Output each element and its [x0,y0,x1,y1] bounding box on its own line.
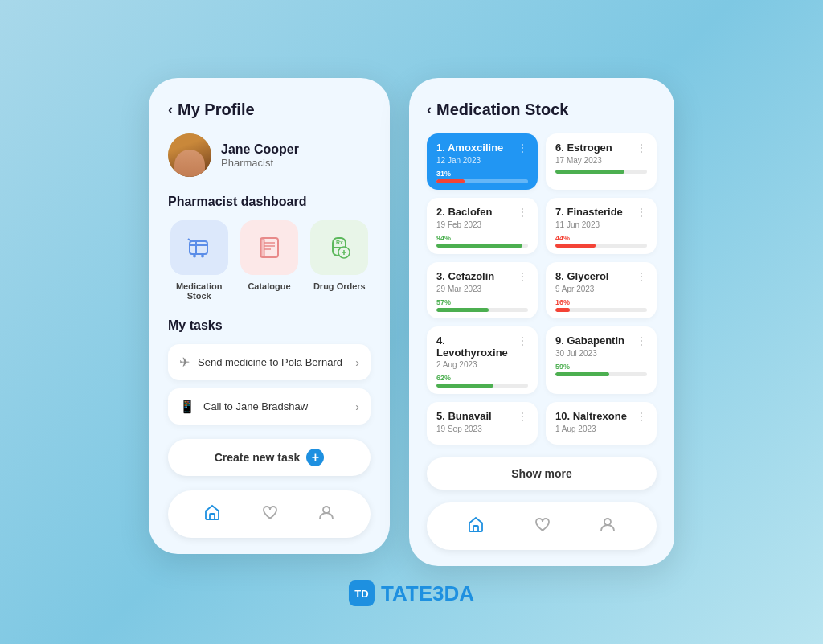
dashboard-drug-orders[interactable]: Rx Drug Orders [309,220,371,301]
svg-rect-19 [210,514,215,519]
show-more-label: Show more [511,467,571,480]
med-progress-bg-2 [436,244,528,248]
med-dots-6[interactable]: ⋮ [636,142,647,154]
svg-rect-0 [190,241,207,254]
task-chevron-1[interactable]: › [355,356,359,369]
med-dots-5[interactable]: ⋮ [517,410,528,423]
profile-info: Jane Cooper Pharmacist [221,142,299,169]
med-item-bunavail[interactable]: 5. Bunavail ⋮ 19 Sep 2023 [427,402,538,445]
task-item-send-medicine[interactable]: ✈ Send medicine to Pola Bernard › [168,344,371,380]
profile-bottom-nav [168,490,371,538]
med-progress-fill-6 [555,170,624,174]
drug-orders-icon-box: Rx [310,220,368,275]
profile-phone-card: ‹ My Profile Jane Cooper Pharmacist Phar… [149,78,390,554]
svg-rect-10 [261,239,264,256]
med-name-2: 2. Baclofen [436,206,492,218]
med-item-glycerol[interactable]: 8. Glycerol ⋮ 9 Apr 2023 16% [546,262,657,318]
med-item-header-4: 4. Levothyroxine ⋮ [436,334,528,359]
create-task-button[interactable]: Create new task + [168,439,371,476]
profile-name: Jane Cooper [221,142,299,157]
med-progress-bg-6 [555,170,647,174]
svg-point-3 [193,255,196,258]
medication-list-grid: 1. Amoxciline ⋮ 12 Jan 2023 31% 6. Estro… [427,133,657,445]
med-name-10: 10. Naltrexone [555,410,627,422]
profile-title[interactable]: ‹ My Profile [168,100,371,119]
tasks-section: My tasks ✈ Send medicine to Pola Bernard… [168,318,371,425]
med-nav-heart-icon[interactable] [523,512,560,540]
task-chevron-2[interactable]: › [355,400,359,413]
med-dots-9[interactable]: ⋮ [636,334,647,347]
med-name-4: 4. Levothyroxine [436,334,517,359]
med-progress-fill-1 [436,179,465,183]
med-dots-2[interactable]: ⋮ [517,206,528,219]
med-dots-1[interactable]: ⋮ [517,142,528,154]
med-dots-4[interactable]: ⋮ [517,334,528,347]
med-item-cefazolin[interactable]: 3. Cefazolin ⋮ 29 Mar 2023 57% [427,262,538,318]
med-progress-fill-2 [436,244,522,248]
nav-heart-icon[interactable] [251,500,288,528]
svg-point-4 [201,255,204,258]
med-item-estrogen[interactable]: 6. Estrogen ⋮ 17 May 2023 [546,133,657,190]
med-progress-label-4: 62% [436,374,528,382]
med-progress-bg-3 [436,308,528,312]
med-date-3: 29 Mar 2023 [436,285,528,293]
med-dots-7[interactable]: ⋮ [636,206,647,219]
phone-icon: 📱 [179,399,195,414]
med-dots-8[interactable]: ⋮ [636,270,647,283]
task-call-jane-label: Call to Jane Bradshaw [203,400,308,412]
medication-title-text: Medication Stock [436,100,568,119]
med-progress-fill-7 [555,244,596,248]
med-name-5: 5. Bunavail [436,410,492,422]
dashboard-section-title: Pharmacist dashboard [168,195,371,209]
med-nav-profile-icon[interactable] [589,512,626,540]
show-more-button[interactable]: Show more [427,457,657,490]
med-progress-label-1: 31% [436,170,528,178]
med-date-6: 17 May 2023 [555,156,647,165]
dashboard-catalogue[interactable]: Catalogue [238,220,300,301]
catalogue-icon-box [240,220,298,275]
med-item-baclofen[interactable]: 2. Baclofen ⋮ 19 Feb 2023 94% [427,198,538,254]
med-nav-home-icon[interactable] [457,512,494,540]
med-progress-fill-4 [436,384,493,388]
med-dots-10[interactable]: ⋮ [636,410,647,423]
avatar-image [168,133,211,177]
med-progress-fill-9 [555,372,609,376]
med-date-5: 19 Sep 2023 [436,425,528,433]
med-item-header-7: 7. Finasteride ⋮ [555,206,647,219]
med-progress-label-2: 94% [436,234,528,242]
medication-title[interactable]: ‹ Medication Stock [427,100,657,119]
logo-icon: TD [349,580,375,606]
send-icon: ✈ [179,355,190,370]
med-item-levothyroxine[interactable]: 4. Levothyroxine ⋮ 2 Aug 2023 62% [427,326,538,394]
med-item-naltrexone[interactable]: 10. Naltrexone ⋮ 1 Aug 2023 [546,402,657,445]
med-date-10: 1 Aug 2023 [555,425,647,433]
med-name-1: 1. Amoxciline [436,142,503,154]
med-item-finasteride[interactable]: 7. Finasteride ⋮ 11 Jun 2023 44% [546,198,657,254]
nav-profile-icon[interactable] [308,500,345,528]
med-progress-label-8: 16% [555,298,647,306]
tasks-section-title: My tasks [168,318,371,333]
back-chevron[interactable]: ‹ [168,101,173,118]
med-date-7: 11 Jun 2023 [555,220,647,229]
med-name-8: 8. Glycerol [555,270,608,282]
nav-home-icon[interactable] [194,500,231,528]
med-item-gabapentin[interactable]: 9. Gabapentin ⋮ 30 Jul 2023 59% [546,326,657,394]
med-item-header-1: 1. Amoxciline ⋮ [436,142,528,154]
medication-stock-label: Medication Stock [168,281,230,301]
med-progress-label-9: 59% [555,363,647,371]
svg-text:Rx: Rx [336,240,343,245]
med-item-amoxciline[interactable]: 1. Amoxciline ⋮ 12 Jan 2023 31% [427,133,538,190]
med-dots-3[interactable]: ⋮ [517,270,528,283]
svg-rect-21 [473,526,478,531]
task-item-call-jane[interactable]: 📱 Call to Jane Bradshaw › [168,388,371,425]
dashboard-grid: Medication Stock Catalogue [168,220,371,301]
screen-container: ‹ My Profile Jane Cooper Pharmacist Phar… [149,78,674,566]
profile-role: Pharmacist [221,157,299,169]
catalogue-label: Catalogue [248,281,290,291]
task-send-medicine-left: ✈ Send medicine to Pola Bernard [179,355,342,370]
svg-point-20 [323,507,330,513]
medication-bottom-nav [427,502,657,550]
med-date-2: 19 Feb 2023 [436,220,528,229]
dashboard-medication-stock[interactable]: Medication Stock [168,220,230,301]
med-back-chevron[interactable]: ‹ [427,101,432,118]
